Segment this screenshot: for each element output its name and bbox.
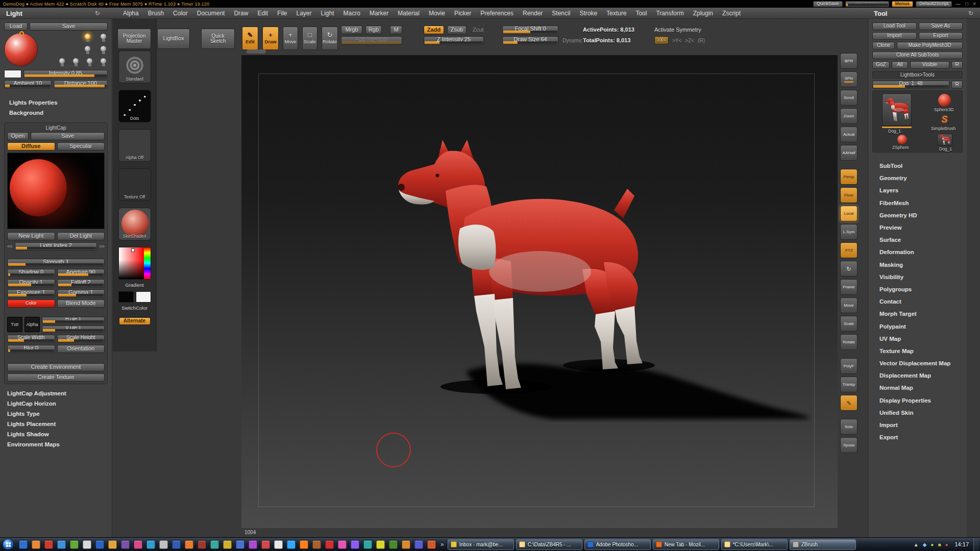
tool-r-button[interactable]: R	[951, 81, 963, 89]
vtile-slider[interactable]: VTile 1	[42, 325, 105, 333]
menu-item[interactable]: Preferences	[476, 10, 518, 17]
quicklaunch-icon[interactable]	[83, 540, 91, 549]
draw-size-slider[interactable]: Draw Size 64	[502, 36, 558, 45]
brush-thumbnail[interactable]: Standard	[118, 51, 151, 83]
simplebrush-tool[interactable]: S	[938, 113, 951, 126]
light-section-row[interactable]: Environment Maps	[4, 439, 108, 449]
right-strip-button[interactable]: ↻	[840, 261, 857, 277]
stroke-thumbnail[interactable]: Dots	[118, 90, 151, 122]
taskbar-task-button[interactable]: Inbox - mark@be...	[448, 539, 514, 550]
scale-width-slider[interactable]: Scale Width	[7, 335, 55, 343]
zcut-button[interactable]: Zcut	[473, 27, 483, 33]
taskbar-task-button[interactable]: C:\Data\ZB4R5 - ...	[516, 539, 582, 550]
goz-visible-button[interactable]: Visible	[910, 61, 949, 69]
menu-item[interactable]: Edit	[253, 10, 273, 17]
close-icon[interactable]: ×	[972, 1, 977, 7]
quicklaunch-icon[interactable]	[70, 540, 79, 549]
right-strip-button[interactable]: Rotate	[840, 334, 857, 350]
tool-section-row[interactable]: FiberMesh	[872, 197, 963, 209]
right-strip-button[interactable]: Zoom	[840, 108, 857, 124]
lightbulb-icon[interactable]	[84, 46, 91, 55]
dog-tool-small[interactable]	[937, 134, 952, 146]
light-index-prev-button[interactable]: <<	[7, 244, 13, 249]
tool-section-row[interactable]: Polypaint	[872, 320, 963, 332]
main-color-swatch[interactable]	[118, 291, 134, 303]
quicklaunch-icon[interactable]	[19, 540, 28, 549]
quicklaunch-icon[interactable]	[376, 540, 385, 549]
export-button[interactable]: Export	[919, 32, 963, 40]
texture-thumbnail[interactable]: Texture Off	[118, 168, 151, 201]
menu-item[interactable]: Zscript	[718, 10, 745, 17]
del-light-button[interactable]: Del Light	[57, 232, 105, 240]
right-strip-button[interactable]: Scroll	[840, 90, 857, 106]
right-strip-button[interactable]: Transp	[840, 377, 857, 392]
menu-item[interactable]: Picker	[450, 10, 476, 17]
quicklaunch-icon[interactable]	[312, 540, 321, 549]
alpha-thumbnail[interactable]: Alpha Off	[118, 129, 151, 162]
start-button[interactable]	[3, 539, 14, 550]
lightbulb-icon[interactable]	[84, 34, 91, 42]
quicklaunch-icon[interactable]	[427, 540, 436, 549]
z-intensity-slider[interactable]: Z Intensity 25	[424, 36, 484, 45]
diffuse-tab[interactable]: Diffuse	[7, 142, 55, 151]
lightbulb-icon[interactable]	[86, 58, 93, 67]
right-strip-button[interactable]: Persp	[840, 169, 857, 185]
lightbulb-icon[interactable]	[59, 58, 65, 67]
aperture-slider[interactable]: Aperture 90	[57, 269, 105, 277]
tool-section-row[interactable]: Texture Map	[872, 345, 963, 357]
make-polymesh3d-button[interactable]: Make PolyMesh3D	[897, 42, 963, 49]
import-button[interactable]: Import	[872, 32, 917, 40]
menu-item[interactable]: Alpha	[118, 10, 143, 17]
tool-section-row[interactable]: Surface	[872, 234, 963, 246]
light-load-button[interactable]: Load	[4, 22, 28, 31]
right-strip-button[interactable]: Local	[840, 206, 857, 221]
light-section-row[interactable]: LightCap Horizon	[4, 398, 108, 409]
alpha-box[interactable]: Alpha	[24, 317, 40, 332]
mrgb-button[interactable]: Mrgb	[341, 26, 362, 34]
saturation-value-area[interactable]	[119, 247, 144, 279]
tool-section-row[interactable]: Normal Map	[872, 382, 963, 394]
tool-section-row[interactable]: Contact	[872, 295, 963, 308]
draw-mode-button[interactable]: + Draw	[262, 27, 279, 50]
menus-button[interactable]: Menus	[892, 1, 914, 7]
lightcap-save-button[interactable]: Save	[31, 132, 105, 140]
right-strip-button[interactable]: Move	[840, 297, 857, 313]
right-strip-button[interactable]: L.Sym	[840, 224, 857, 240]
tool-section-row[interactable]: Masking	[872, 259, 963, 271]
quicklaunch-icon[interactable]	[249, 540, 257, 549]
quicklaunch-icon[interactable]	[414, 540, 423, 549]
menu-item[interactable]: Layer	[292, 10, 316, 17]
right-strip-button[interactable]: BPR	[840, 53, 857, 69]
axis-z-button[interactable]: >Z<	[685, 38, 694, 43]
menu-item[interactable]: Render	[518, 10, 547, 17]
save-as-button[interactable]: Save As	[919, 22, 963, 30]
scale-height-slider[interactable]: Scale Height	[57, 335, 105, 343]
lightbulb-icon[interactable]	[72, 58, 79, 67]
right-strip-button[interactable]: Xpose	[840, 437, 857, 453]
menu-item[interactable]: Material	[393, 10, 424, 17]
lightbox-tools-row[interactable]: Lightbox>Tools	[872, 71, 963, 79]
show-desktop-button[interactable]	[973, 538, 979, 551]
goz-r-button[interactable]: R	[951, 61, 963, 69]
right-strip-button[interactable]: Floor	[840, 187, 857, 203]
menu-item[interactable]: Macro	[339, 10, 365, 17]
light-save-button[interactable]: Save	[30, 22, 108, 31]
focal-shift-slider[interactable]: Focal Shift 0	[502, 26, 558, 34]
quicklaunch-icon[interactable]	[402, 540, 410, 549]
opacity-slider[interactable]: Opacity 1	[7, 279, 55, 287]
quicklaunch-icon[interactable]	[338, 540, 347, 549]
clone-button[interactable]: Clone	[872, 42, 895, 49]
light-refresh-icon[interactable]: ↻	[95, 10, 100, 17]
new-light-button[interactable]: New Light	[7, 232, 55, 240]
txtr-box[interactable]: Txtr	[7, 317, 22, 332]
light-position-marker[interactable]	[19, 31, 24, 36]
quicklaunch-icon[interactable]	[274, 540, 283, 549]
quicklaunch-icon[interactable]	[44, 540, 53, 549]
menu-item[interactable]: Document	[192, 10, 230, 17]
quicklaunch-icon[interactable]	[57, 540, 66, 549]
quicklaunch-icon[interactable]	[198, 540, 206, 549]
quicklaunch-icon[interactable]	[287, 540, 296, 549]
light-placement-sphere[interactable]	[4, 33, 38, 66]
menu-item[interactable]: Zplugin	[689, 10, 718, 17]
light-index-next-button[interactable]: >>	[99, 244, 105, 249]
